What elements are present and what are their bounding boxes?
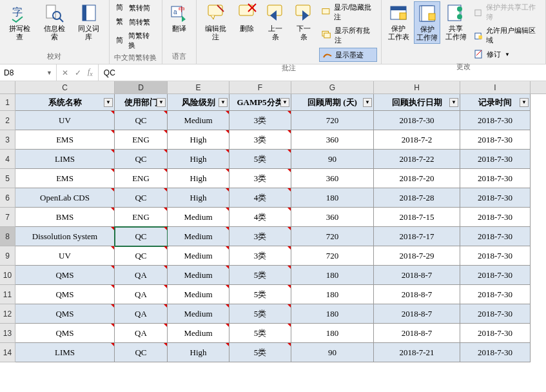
cell[interactable]: High xyxy=(168,343,229,362)
row-header[interactable]: 7 xyxy=(0,208,15,227)
cell[interactable]: QC xyxy=(115,343,168,362)
row-header[interactable]: 2 xyxy=(0,111,15,130)
cell[interactable]: QA xyxy=(115,266,168,285)
cell[interactable]: 2018-8-7 xyxy=(374,285,460,304)
cell[interactable]: 180 xyxy=(291,188,374,208)
row-header[interactable]: 12 xyxy=(0,304,15,324)
accept-icon[interactable]: ✓ xyxy=(75,68,81,77)
thesaurus-button[interactable]: 同义词库 xyxy=(73,1,105,43)
cell[interactable]: 720 xyxy=(291,111,374,130)
cell[interactable]: 180 xyxy=(291,304,374,324)
cell[interactable]: QA xyxy=(115,324,168,343)
cell[interactable]: High xyxy=(168,169,229,188)
cell[interactable]: UV xyxy=(15,111,115,130)
row-header[interactable]: 3 xyxy=(0,130,15,150)
cell[interactable]: EMS xyxy=(15,130,115,150)
cell[interactable]: EMS xyxy=(15,169,115,188)
filter-button[interactable]: ▼ xyxy=(363,98,372,107)
table-header-cell[interactable]: 系统名称▼ xyxy=(15,94,115,111)
cell[interactable]: 4类 xyxy=(229,208,291,227)
cell[interactable]: QC xyxy=(115,111,168,130)
show-ink-button[interactable]: 显示墨迹 xyxy=(319,48,377,62)
cell[interactable]: OpenLab CDS xyxy=(15,188,115,208)
cell[interactable]: LIMS xyxy=(15,343,115,362)
cell[interactable]: QC xyxy=(115,227,168,246)
cell[interactable]: 2018-7-30 xyxy=(460,188,531,208)
table-header-cell[interactable]: 使用部门▼ xyxy=(115,94,168,111)
simp-to-trad-button[interactable]: 繁简转繁 xyxy=(113,15,158,28)
cell[interactable]: UV xyxy=(15,246,115,266)
edit-comment-button[interactable]: 编辑批注 xyxy=(200,1,232,43)
cell[interactable]: 5类 xyxy=(229,304,291,324)
next-comment-button[interactable]: 下一条 xyxy=(291,1,317,43)
cell[interactable]: 2018-7-21 xyxy=(374,343,460,362)
cell[interactable]: LIMS xyxy=(15,150,115,169)
column-header-H[interactable]: H xyxy=(374,81,460,93)
cell[interactable]: QA xyxy=(115,285,168,304)
row-header[interactable]: 8 xyxy=(0,227,15,246)
cell[interactable]: QMS xyxy=(15,304,115,324)
filter-button[interactable]: ▼ xyxy=(520,98,529,107)
cell[interactable]: 90 xyxy=(291,150,374,169)
cell[interactable]: 360 xyxy=(291,169,374,188)
filter-button[interactable]: ▼ xyxy=(280,98,289,107)
cell[interactable]: 2018-7-30 xyxy=(460,285,531,304)
row-header[interactable]: 6 xyxy=(0,188,15,208)
cell[interactable]: 2018-7-30 xyxy=(460,324,531,343)
cell[interactable]: 2018-7-30 xyxy=(460,130,531,150)
cell[interactable]: Dissolution System xyxy=(15,227,115,246)
cell[interactable]: 90 xyxy=(291,343,374,362)
protect-workbook-button[interactable]: 保护 工作簿 xyxy=(414,1,440,44)
cell[interactable]: QC xyxy=(115,188,168,208)
cell[interactable]: 5类 xyxy=(229,324,291,343)
trad-to-simp-button[interactable]: 简繁转简 xyxy=(113,1,158,14)
toggle-chinese-button[interactable]: 简简繁转换 xyxy=(113,30,158,52)
cell[interactable]: 360 xyxy=(291,130,374,150)
function-icon[interactable]: fx xyxy=(88,67,93,77)
cell[interactable]: 2018-8-7 xyxy=(374,304,460,324)
cell[interactable]: 2018-7-15 xyxy=(374,208,460,227)
filter-button[interactable]: ▼ xyxy=(104,98,113,107)
cell[interactable]: 2018-7-2 xyxy=(374,130,460,150)
table-header-cell[interactable]: 记录时间▼ xyxy=(460,94,531,111)
spell-check-button[interactable]: 字 拼写检查 xyxy=(4,1,36,43)
table-header-cell[interactable]: 风险级别▼ xyxy=(168,94,229,111)
cell[interactable]: 2018-7-22 xyxy=(374,150,460,169)
cell[interactable]: 180 xyxy=(291,285,374,304)
cell[interactable]: 360 xyxy=(291,208,374,227)
cell[interactable]: 180 xyxy=(291,266,374,285)
cell[interactable]: High xyxy=(168,130,229,150)
cell[interactable]: Medium xyxy=(168,111,229,130)
row-header[interactable]: 5 xyxy=(0,169,15,188)
prev-comment-button[interactable]: 上一条 xyxy=(262,1,288,43)
row-header[interactable]: 10 xyxy=(0,266,15,285)
cell[interactable]: QMS xyxy=(15,285,115,304)
row-header[interactable]: 9 xyxy=(0,246,15,266)
formula-input[interactable]: QC xyxy=(99,68,546,77)
show-hide-comment-button[interactable]: 显示/隐藏批注 xyxy=(319,1,377,23)
cell[interactable]: Medium xyxy=(168,304,229,324)
cell[interactable]: 5类 xyxy=(229,343,291,362)
cancel-icon[interactable]: ✕ xyxy=(62,68,68,77)
cell[interactable]: 2018-7-30 xyxy=(460,266,531,285)
cell[interactable]: 720 xyxy=(291,227,374,246)
cell[interactable]: QMS xyxy=(15,324,115,343)
table-header-cell[interactable]: 回顾执行日期▼ xyxy=(374,94,460,111)
cell[interactable]: 3类 xyxy=(229,169,291,188)
cell[interactable]: 2018-7-30 xyxy=(460,208,531,227)
cell[interactable]: QC xyxy=(115,150,168,169)
cell[interactable]: 3类 xyxy=(229,227,291,246)
cell[interactable]: 2018-7-30 xyxy=(460,150,531,169)
cell[interactable]: 2018-7-30 xyxy=(374,111,460,130)
cell[interactable]: BMS xyxy=(15,208,115,227)
name-box-dropdown-icon[interactable]: ▼ xyxy=(46,70,52,76)
cell[interactable]: Medium xyxy=(168,227,229,246)
cell[interactable]: High xyxy=(168,188,229,208)
cell[interactable]: 5类 xyxy=(229,150,291,169)
row-header[interactable]: 4 xyxy=(0,150,15,169)
translate-button[interactable]: a中 翻译 xyxy=(166,1,192,34)
column-header-E[interactable]: E xyxy=(168,81,229,93)
cell[interactable]: Medium xyxy=(168,266,229,285)
cell[interactable]: ENG xyxy=(115,130,168,150)
cell[interactable]: 2018-8-7 xyxy=(374,324,460,343)
